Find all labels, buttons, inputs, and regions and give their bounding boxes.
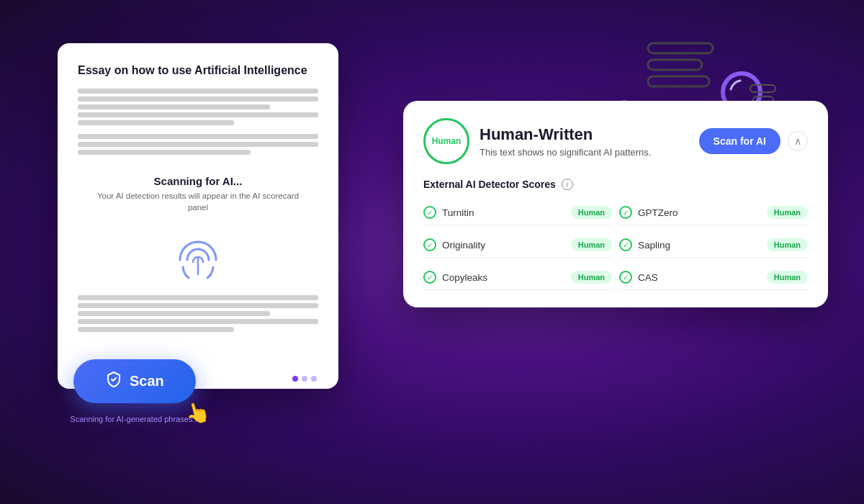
scores-grid: ✓ Turnitin Human ✓ GPTZero Human ✓ [423, 200, 808, 290]
score-name-originality: Originality [442, 240, 485, 251]
result-subtitle: This text shows no significant AI patter… [480, 147, 651, 158]
doc-line [78, 112, 318, 117]
score-badge-sapling: Human [767, 238, 808, 251]
doc-line [78, 120, 234, 125]
score-badge-cas: Human [767, 271, 808, 284]
shield-icon [105, 371, 122, 392]
svg-rect-0 [648, 43, 713, 53]
score-left: ✓ Sapling [619, 238, 670, 251]
check-circle-turnitin: ✓ [423, 206, 436, 219]
score-left: ✓ Copyleaks [423, 271, 487, 284]
score-badge-originality: Human [571, 238, 612, 251]
doc-text-lines-3 [78, 295, 318, 332]
score-badge-turnitin: Human [571, 206, 612, 219]
score-name-sapling: Sapling [638, 240, 670, 251]
info-icon[interactable]: i [562, 179, 573, 190]
check-circle-gptzero: ✓ [619, 206, 632, 219]
doc-line [78, 96, 318, 102]
result-header-left: Human Human-Written This text shows no s… [423, 118, 651, 164]
score-left: ✓ CAS [619, 271, 658, 284]
score-name-copyleaks: Copyleaks [442, 272, 487, 283]
score-name-gptzero: GPTZero [638, 207, 678, 218]
score-badge-copyleaks: Human [571, 271, 612, 284]
dot-1 [292, 376, 298, 382]
check-circle-copyleaks: ✓ [423, 271, 436, 284]
score-name-turnitin: Turnitin [442, 207, 474, 218]
scan-for-ai-button[interactable]: Scan for AI [699, 128, 780, 154]
score-badge-gptzero: Human [767, 206, 808, 219]
doc-line [78, 142, 318, 147]
score-row-cas: ✓ CAS Human [619, 265, 808, 290]
doc-text-lines [78, 89, 318, 125]
check-circle-sapling: ✓ [619, 238, 632, 251]
chevron-up-icon: ∧ [794, 135, 801, 147]
dots-indicator [292, 376, 317, 382]
scanning-subtitle: Your AI detection results will appear in… [92, 190, 304, 213]
svg-rect-1 [648, 60, 702, 70]
scores-section: External AI Detector Scores i ✓ Turnitin… [423, 179, 808, 290]
scores-header-text: External AI Detector Scores [423, 179, 556, 190]
score-name-cas: CAS [638, 272, 658, 283]
score-row-turnitin: ✓ Turnitin Human [423, 200, 612, 225]
scan-button[interactable]: Scan [73, 359, 196, 403]
score-row-originality: ✓ Originality Human [423, 233, 612, 258]
scanning-overlay: Scanning for AI... Your AI detection res… [78, 163, 318, 225]
dot-2 [302, 376, 307, 382]
human-badge: Human [423, 118, 469, 164]
doc-line [78, 134, 318, 139]
scan-button-wrapper: Scan 👆 Scanning for AI-generated phrases… [73, 359, 196, 403]
scanning-title: Scanning for AI... [92, 175, 304, 187]
score-left: ✓ Turnitin [423, 206, 474, 219]
check-circle-cas: ✓ [619, 271, 632, 284]
dot-3 [311, 376, 317, 382]
svg-rect-2 [648, 76, 709, 86]
svg-rect-8 [750, 85, 775, 92]
result-title: Human-Written [480, 125, 651, 144]
doc-line [78, 89, 318, 94]
doc-line [78, 295, 318, 300]
result-header-right: Scan for AI ∧ [699, 128, 808, 154]
doc-line [78, 327, 234, 332]
score-row-gptzero: ✓ GPTZero Human [619, 200, 808, 225]
result-info: Human-Written This text shows no signifi… [480, 125, 651, 158]
scores-header: External AI Detector Scores i [423, 179, 808, 190]
score-row-sapling: ✓ Sapling Human [619, 233, 808, 258]
doc-line [78, 150, 251, 155]
collapse-button[interactable]: ∧ [788, 131, 808, 151]
doc-line [78, 311, 270, 316]
fingerprint-icon [78, 235, 318, 285]
doc-text-lines-2 [78, 134, 318, 155]
check-circle-originality: ✓ [423, 238, 436, 251]
doc-line [78, 303, 318, 308]
content-wrapper: Essay on how to use Artificial Intellige… [36, 29, 828, 475]
doc-line [78, 104, 270, 109]
result-header: Human Human-Written This text shows no s… [423, 118, 808, 164]
doc-title: Essay on how to use Artificial Intellige… [78, 63, 318, 78]
score-row-copyleaks: ✓ Copyleaks Human [423, 265, 612, 290]
scan-button-label: Scan [130, 373, 164, 390]
score-left: ✓ Originality [423, 238, 485, 251]
scanning-phrase: Scanning for AI-generated phrases... [70, 415, 199, 423]
doc-line [78, 319, 318, 324]
document-card: Essay on how to use Artificial Intellige… [58, 43, 338, 389]
score-left: ✓ GPTZero [619, 206, 678, 219]
results-card: Human Human-Written This text shows no s… [403, 101, 828, 307]
